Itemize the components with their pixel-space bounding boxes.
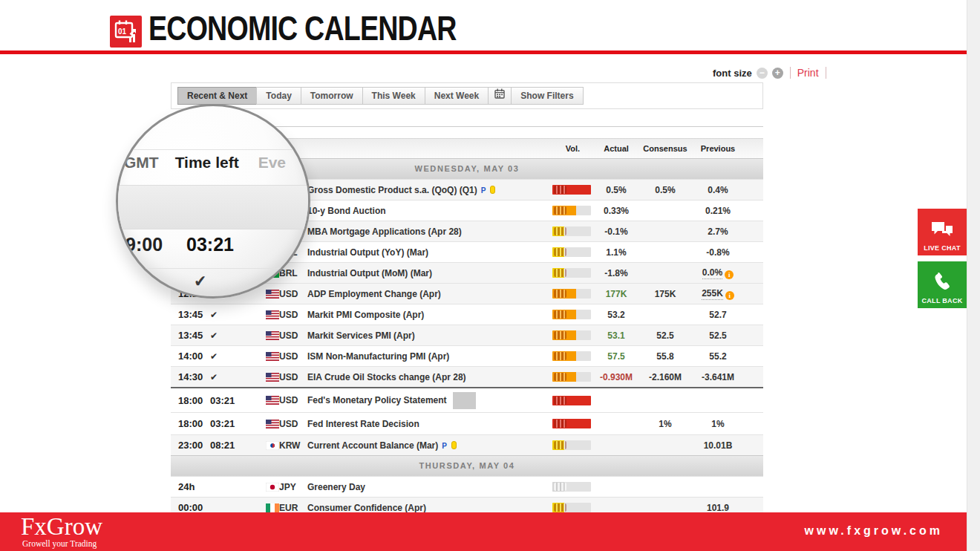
volatility-bar: [552, 351, 591, 361]
speech-dot-icon: [490, 186, 495, 194]
consensus-value: -2.160M: [639, 372, 691, 382]
table-row[interactable]: 18:00 03:21 USD Fed Interest Rate Decisi…: [171, 412, 763, 434]
previous-value[interactable]: 255Ki: [691, 288, 745, 300]
economic-calendar-icon: 01: [110, 16, 142, 48]
currency-code: USD: [279, 330, 307, 341]
font-size-increase-button[interactable]: +: [772, 68, 783, 79]
table-row[interactable]: 24h JPY Greenery Day: [171, 476, 763, 497]
volatility-bar: [552, 206, 591, 215]
volatility-bar: [552, 396, 591, 405]
volatility-bar: [552, 503, 591, 512]
magnified-check-icon: ✔: [193, 272, 207, 290]
svg-text:01: 01: [118, 27, 127, 36]
table-row[interactable]: 13:45 ✔ USD Markit PMI Composite (Apr) 5…: [171, 304, 763, 325]
volatility-bar: [552, 482, 591, 492]
volatility-bar: [552, 185, 591, 195]
previous-value[interactable]: 0.0%i: [691, 267, 745, 279]
magnified-time-left: 03:21: [186, 234, 234, 255]
check-icon: ✔: [210, 351, 218, 362]
calendar-icon: [494, 88, 505, 104]
volatility-bar: [552, 419, 591, 428]
actual-value: 53.2: [593, 310, 639, 320]
font-size-decrease-button[interactable]: −: [757, 68, 768, 79]
event-name: Consumer Confidence (Apr): [307, 503, 552, 513]
event-name: Current Account Balance (Mar)P: [307, 440, 552, 451]
table-row[interactable]: 18:00 03:21 USD Fed's Monetary Policy St…: [171, 387, 763, 412]
tab-today[interactable]: Today: [256, 87, 301, 105]
table-row[interactable]: 14:30 ✔ USD EIA Crude Oil Stocks change …: [171, 366, 763, 387]
flag-jp-icon: [266, 483, 279, 492]
gmt-time: 00:00: [178, 502, 210, 513]
time-left: 03:21: [210, 395, 266, 406]
table-row[interactable]: 13:45 ✔ USD Markit Services PMI (Apr) 53…: [171, 325, 763, 345]
volatility-bar: [552, 372, 591, 382]
event-name: Industrial Output (YoY) (Mar): [307, 247, 552, 258]
magnified-row-times: 9:0003:21: [125, 234, 234, 255]
day-banner-thursday: THURSDAY, MAY 04: [171, 455, 763, 476]
currency-code: EUR: [279, 503, 307, 513]
footer-site-url[interactable]: www.fxgrow.com: [805, 524, 943, 538]
time-left: ✔: [210, 371, 266, 382]
currency-code: KRW: [279, 440, 307, 451]
actual-value: 0.33%: [593, 206, 639, 216]
flag-kr-icon: [266, 441, 279, 450]
magnified-gmt-time: 9:00: [125, 234, 163, 255]
previous-value: -3.641M: [691, 372, 745, 382]
actual-value: 177K: [593, 289, 639, 299]
magnified-column-headers: GMTTime leftEve: [124, 154, 286, 172]
flag-ie-icon: [266, 503, 279, 512]
time-left: ✔: [210, 309, 266, 320]
font-size-label: font size: [713, 68, 752, 79]
flag-us-icon: [266, 331, 279, 340]
table-row[interactable]: 14:00 ✔ USD ISM Non-Manufacturing PMI (A…: [171, 345, 763, 366]
volatility-bar: [552, 268, 591, 278]
print-link[interactable]: Print: [797, 67, 819, 79]
tab-tomorrow[interactable]: Tomorrow: [301, 87, 363, 105]
page-title: ECONOMIC CALENDAR: [148, 7, 457, 48]
check-icon: ✔: [210, 372, 218, 382]
toolbar-divider: [790, 67, 791, 79]
event-name: ISM Non-Manufacturing PMI (Apr): [307, 351, 552, 362]
previous-value: 55.2: [691, 351, 745, 362]
gmt-time: 13:45: [178, 330, 210, 341]
previous-value: 0.4%: [691, 185, 745, 195]
column-header-actual: Actual: [593, 144, 639, 153]
tab-recent-next[interactable]: Recent & Next: [177, 87, 257, 105]
currency-code: JPY: [279, 482, 307, 492]
check-icon: ✔: [210, 310, 218, 320]
event-name: MBA Mortgage Applications (Apr 28): [307, 226, 552, 237]
previous-value: 52.5: [691, 330, 745, 341]
tab-next-week[interactable]: Next Week: [425, 87, 489, 105]
consensus-value: 175K: [639, 289, 691, 299]
actual-value: -0.1%: [593, 226, 639, 237]
event-name: Markit PMI Composite (Apr): [307, 310, 552, 320]
table-row[interactable]: 23:00 08:21 KRW Current Account Balance …: [171, 434, 763, 455]
event-name: Greenery Day: [307, 482, 552, 492]
footer-logo: FxGrow: [21, 515, 102, 539]
previous-value: 52.7: [691, 310, 745, 320]
flag-us-icon: [266, 310, 279, 319]
toolbar-divider: [826, 67, 826, 79]
tab-bar: Recent & Next Today Tomorrow This Week N…: [171, 82, 763, 109]
page-header: 01 ECONOMIC CALENDAR: [0, 0, 967, 50]
tab-show-filters[interactable]: Show Filters: [511, 87, 583, 105]
toolbar: font size − + Print: [713, 65, 829, 80]
gmt-time: 14:00: [178, 351, 210, 362]
currency-code: USD: [279, 395, 307, 405]
call-back-button[interactable]: CALL BACK: [918, 261, 967, 308]
page-scrollbar-track[interactable]: [967, 0, 980, 551]
check-icon: ✔: [210, 330, 218, 341]
phone-icon: [930, 271, 954, 295]
info-icon: i: [725, 291, 734, 300]
previous-value: 2.7%: [691, 226, 745, 237]
currency-code: USD: [279, 351, 307, 362]
tab-this-week[interactable]: This Week: [362, 87, 425, 105]
gmt-time: 18:00: [178, 418, 210, 429]
event-name: Fed's Monetary Policy Statement: [307, 392, 552, 409]
magnified-event-header: Eve: [258, 154, 286, 171]
live-chat-button[interactable]: LIVE CHAT: [918, 209, 967, 255]
event-name: EIA Crude Oil Stocks change (Apr 28): [307, 372, 552, 382]
currency-code: USD: [279, 310, 307, 320]
tab-custom-date[interactable]: [488, 87, 512, 105]
consensus-value: 0.5%: [639, 185, 691, 195]
